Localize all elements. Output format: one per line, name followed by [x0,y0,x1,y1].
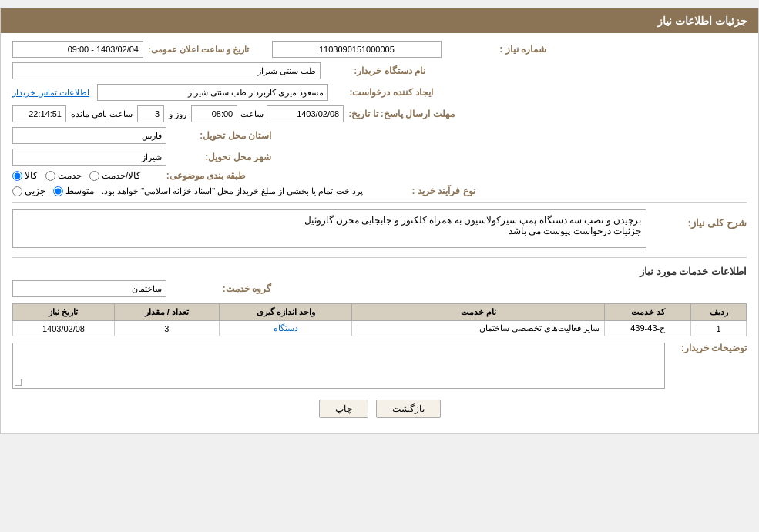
cell-unit: دستگاه [219,321,352,336]
contact-link[interactable]: اطلاعات تماس خریدار [12,88,89,98]
service-group-label: گروه خدمت: [171,283,271,294]
deadline-day-label: روز و [169,109,186,119]
announcement-date-label: تاریخ و ساعت اعلان عمومی: [148,45,249,55]
category-kala: کالا [12,170,38,181]
cell-date: 1403/02/08 [13,321,115,336]
category-khedmat: خدمت [45,170,82,181]
creator-row: ایجاد کننده درخواست: اطلاعات تماس خریدار [12,84,747,101]
province-input[interactable] [12,127,166,144]
buyer-notes-box[interactable] [12,343,665,389]
announcement-date-input[interactable] [12,41,143,58]
purchase-joz: جزیی [12,186,45,196]
cell-code: ج-43-439 [605,321,691,336]
deadline-time-label: ساعت [240,109,264,119]
table-header-row: ردیف کد خدمت نام خدمت واحد اندازه گیری ت… [13,304,747,321]
back-button[interactable]: بازگشت [376,400,441,418]
purchase-motevaset: متوسط [53,186,94,196]
buyer-name-input[interactable] [12,62,321,79]
category-kala-radio[interactable] [12,171,22,181]
province-label: استان محل تحویل: [171,130,271,141]
divider-1 [12,202,747,203]
page-header: جزئیات اطلاعات نیاز [1,8,758,33]
cell-qty: 3 [114,321,219,336]
buyer-name-row: نام دستگاه خریدار: [12,62,747,79]
service-group-row: گروه خدمت: [12,280,747,297]
creator-input[interactable] [97,84,328,101]
col-date: تاریخ نیاز [13,304,115,321]
buyer-notes-label: توضیحات خریدار: [670,343,747,353]
category-kala-label: کالا [25,170,38,181]
purchase-note: پرداخت تمام یا بخشی از مبلغ خریداز محل "… [102,186,363,196]
cell-row-num: 1 [691,321,747,336]
purchase-type-options: پرداخت تمام یا بخشی از مبلغ خریداز محل "… [12,186,371,196]
button-row: بازگشت چاپ [12,400,747,418]
purchase-joz-label: جزیی [25,186,45,196]
cell-name: سایر فعالیت‌های تخصصی ساختمان [352,321,605,336]
category-row: طبقه بندی موضوعی: کالا/خدمت خدمت کالا [12,170,747,181]
deadline-remaining-input[interactable] [12,105,66,122]
purchase-type-label: نوع فرآیند خرید : [375,186,475,196]
purchase-motevaset-label: متوسط [65,186,94,196]
service-group-input[interactable] [12,280,166,297]
city-input[interactable] [12,149,166,166]
divider-2 [12,257,747,258]
purchase-joz-radio[interactable] [12,186,22,196]
description-label: شرح کلی نیاز: [646,217,747,229]
category-kala-khedmat-label: کالا/خدمت [102,170,141,181]
buyer-notes-row: توضیحات خریدار: [12,343,747,389]
services-table-container: ردیف کد خدمت نام خدمت واحد اندازه گیری ت… [12,303,747,336]
description-row: شرح کلی نیاز: برچیدن و نصب سه دستگاه پمپ… [12,209,747,251]
creator-label: ایجاد کننده درخواست: [333,87,433,98]
request-number-input[interactable] [272,41,442,58]
category-label: طبقه بندی موضوعی: [146,170,246,181]
category-khedmat-label: خدمت [58,170,82,181]
deadline-days-input[interactable] [137,105,164,122]
col-code: کد خدمت [605,304,691,321]
col-qty: تعداد / مقدار [114,304,219,321]
resize-handle [15,379,22,386]
col-row-num: ردیف [691,304,747,321]
purchase-motevaset-radio[interactable] [53,186,63,196]
deadline-date-input[interactable] [267,105,344,122]
print-button[interactable]: چاپ [319,400,368,418]
category-khedmat-radio[interactable] [45,171,55,181]
request-number-label: شماره نیاز : [446,44,546,55]
page-title: جزئیات اطلاعات نیاز [657,15,747,27]
buyer-name-label: نام دستگاه خریدار: [325,65,425,76]
city-label: شهر محل تحویل: [171,152,271,162]
table-row: 1 ج-43-439 سایر فعالیت‌های تخصصی ساختمان… [13,321,747,336]
deadline-label: مهلت ارسال پاسخ: تا تاریخ: [348,109,454,119]
category-radio-group: کالا/خدمت خدمت کالا [12,170,141,181]
category-kala-khedmat-radio[interactable] [89,171,99,181]
request-number-row: شماره نیاز : تاریخ و ساعت اعلان عمومی: [12,41,747,58]
category-kala-khedmat: کالا/خدمت [89,170,141,181]
deadline-remaining-label: ساعت باقی مانده [71,109,133,119]
col-name: نام خدمت [352,304,605,321]
province-row: استان محل تحویل: [12,127,747,144]
deadline-row: مهلت ارسال پاسخ: تا تاریخ: ساعت روز و سا… [12,105,747,122]
services-section-title: اطلاعات خدمات مورد نیاز [12,266,747,277]
col-unit: واحد اندازه گیری [219,304,352,321]
services-table: ردیف کد خدمت نام خدمت واحد اندازه گیری ت… [12,303,747,336]
purchase-type-row: نوع فرآیند خرید : پرداخت تمام یا بخشی از… [12,186,747,196]
description-box: برچیدن و نصب سه دستگاه پمپ سیرکولاسیون ب… [12,209,646,248]
city-row: شهر محل تحویل: [12,149,747,166]
deadline-time-input[interactable] [191,105,237,122]
